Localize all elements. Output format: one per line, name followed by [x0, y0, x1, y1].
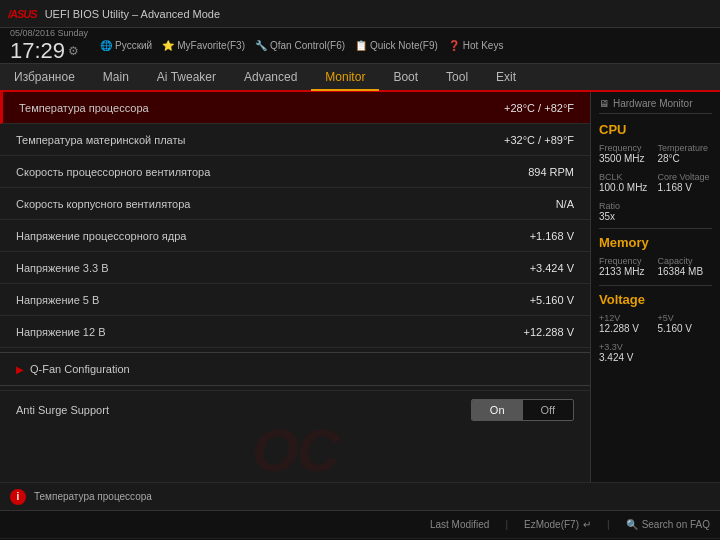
- row-label: Напряжение 12 В: [16, 326, 105, 338]
- table-row[interactable]: Температура материнской платы +32°C / +8…: [0, 124, 590, 156]
- voltage-grid: +12V 12.288 V +5V 5.160 V: [599, 313, 712, 334]
- status-separator: |: [505, 519, 508, 530]
- cpu-temp-block: Temperature 28°C: [658, 143, 713, 164]
- bclk-label: BCLK: [599, 172, 654, 182]
- v5-value: 5.160 V: [658, 323, 713, 334]
- anti-surge-row: Anti Surge Support On Off: [0, 390, 590, 429]
- tab-tool[interactable]: Tool: [432, 64, 482, 90]
- tab-advanced[interactable]: Advanced: [230, 64, 311, 90]
- center-panel: Температура процессора +28°C / +82°F Тем…: [0, 92, 590, 482]
- row-value: N/A: [556, 198, 574, 210]
- table-row[interactable]: Скорость корпусного вентилятора N/A: [0, 188, 590, 220]
- hw-monitor-title: 🖥 Hardware Monitor: [599, 98, 712, 114]
- date-display: 05/08/2016 Sunday: [10, 28, 88, 38]
- info-row: i Температура процессора: [0, 482, 720, 510]
- memory-grid: Frequency 2133 MHz Capacity 16384 MB: [599, 256, 712, 277]
- row-value: +12.288 V: [524, 326, 574, 338]
- v5-block: +5V 5.160 V: [658, 313, 713, 334]
- core-volt-label: Core Voltage: [658, 172, 713, 182]
- table-row[interactable]: Температура процессора +28°C / +82°F: [0, 92, 590, 124]
- info-text: Температура процессора: [34, 491, 152, 502]
- toggle-on[interactable]: On: [472, 400, 523, 420]
- row-value: +3.424 V: [530, 262, 574, 274]
- v12-label: +12V: [599, 313, 654, 323]
- table-row[interactable]: Напряжение 5 В +5.160 V: [0, 284, 590, 316]
- row-label: Напряжение 3.3 В: [16, 262, 109, 274]
- hw-divider: [599, 228, 712, 229]
- core-volt-block: Core Voltage 1.168 V: [658, 172, 713, 193]
- tab-ai-tweaker[interactable]: Ai Tweaker: [143, 64, 230, 90]
- row-label: Скорость процессорного вентилятора: [16, 166, 210, 178]
- tab-izbrannoye[interactable]: Избранное: [0, 64, 89, 90]
- mem-cap-block: Capacity 16384 MB: [658, 256, 713, 277]
- language-link[interactable]: 🌐 Русский: [100, 40, 152, 51]
- info-links: 🌐 Русский ⭐ MyFavorite(F3) 🔧 Qfan Contro…: [100, 40, 503, 51]
- v5-label: +5V: [658, 313, 713, 323]
- mem-freq-value: 2133 MHz: [599, 266, 654, 277]
- bclk-grid: BCLK 100.0 MHz Core Voltage 1.168 V: [599, 172, 712, 193]
- ratio-value: 35x: [599, 211, 712, 222]
- mem-freq-label: Frequency: [599, 256, 654, 266]
- divider: [0, 352, 590, 353]
- v33-label: +3.3V: [599, 342, 712, 352]
- qfan-label: Q-Fan Configuration: [30, 363, 130, 375]
- quicknote-link[interactable]: 📋 Quick Note(F9): [355, 40, 438, 51]
- bclk-block: BCLK 100.0 MHz: [599, 172, 654, 193]
- cpu-temp-value: 28°C: [658, 153, 713, 164]
- row-label: Скорость корпусного вентилятора: [16, 198, 190, 210]
- tab-boot[interactable]: Boot: [379, 64, 432, 90]
- tab-main[interactable]: Main: [89, 64, 143, 90]
- nav-tabs: Избранное Main Ai Tweaker Advanced Monit…: [0, 64, 720, 92]
- info-bar: 05/08/2016 Sunday 17:29 ⚙ 🌐 Русский ⭐ My…: [0, 28, 720, 64]
- cpu-freq-block: Frequency 3500 MHz: [599, 143, 654, 164]
- bclk-value: 100.0 MHz: [599, 182, 654, 193]
- status-bar: Last Modified | EzMode(F7) ↵ | 🔍 Search …: [0, 510, 720, 538]
- settings-icon[interactable]: ⚙: [68, 44, 79, 58]
- tab-monitor[interactable]: Monitor: [311, 65, 379, 91]
- ratio-block: Ratio 35x: [599, 201, 712, 222]
- qfan-link[interactable]: 🔧 Qfan Control(F6): [255, 40, 345, 51]
- row-value: +28°C / +82°F: [504, 102, 574, 114]
- ez-mode-button[interactable]: EzMode(F7) ↵: [524, 519, 591, 530]
- tab-exit[interactable]: Exit: [482, 64, 530, 90]
- mem-cap-label: Capacity: [658, 256, 713, 266]
- favorite-link[interactable]: ⭐ MyFavorite(F3): [162, 40, 245, 51]
- header-bar: /ASUS UEFI BIOS Utility – Advanced Mode: [0, 0, 720, 28]
- table-row[interactable]: Напряжение процессорного ядра +1.168 V: [0, 220, 590, 252]
- cpu-freq-grid: Frequency 3500 MHz Temperature 28°C: [599, 143, 712, 164]
- search-faq-button[interactable]: 🔍 Search on FAQ: [626, 519, 710, 530]
- row-label: Температура процессора: [19, 102, 149, 114]
- last-modified-item: Last Modified: [430, 519, 489, 530]
- hotkeys-link[interactable]: ❓ Hot Keys: [448, 40, 504, 51]
- row-label: Температура материнской платы: [16, 134, 185, 146]
- table-row[interactable]: Скорость процессорного вентилятора 894 R…: [0, 156, 590, 188]
- v33-value: 3.424 V: [599, 352, 712, 363]
- anti-surge-toggle[interactable]: On Off: [471, 399, 574, 421]
- toggle-off[interactable]: Off: [523, 400, 573, 420]
- status-separator-2: |: [607, 519, 610, 530]
- expand-arrow-icon: ▶: [16, 364, 24, 375]
- cpu-freq-label: Frequency: [599, 143, 654, 153]
- row-value: +32°C / +89°F: [504, 134, 574, 146]
- v12-block: +12V 12.288 V: [599, 313, 654, 334]
- core-volt-value: 1.168 V: [658, 182, 713, 193]
- row-label: Напряжение 5 В: [16, 294, 99, 306]
- v12-value: 12.288 V: [599, 323, 654, 334]
- table-row[interactable]: Напряжение 3.3 В +3.424 V: [0, 252, 590, 284]
- hw-monitor-panel: 🖥 Hardware Monitor CPU Frequency 3500 MH…: [590, 92, 720, 482]
- voltage-section-title: Voltage: [599, 292, 712, 307]
- row-value: 894 RPM: [528, 166, 574, 178]
- monitor-icon: 🖥: [599, 98, 609, 109]
- v33-block: +3.3V 3.424 V: [599, 342, 712, 363]
- divider: [0, 385, 590, 386]
- qfan-row[interactable]: ▶ Q-Fan Configuration: [0, 357, 590, 381]
- memory-section-title: Memory: [599, 235, 712, 250]
- row-value: +1.168 V: [530, 230, 574, 242]
- cpu-freq-value: 3500 MHz: [599, 153, 654, 164]
- table-row[interactable]: Напряжение 12 В +12.288 V: [0, 316, 590, 348]
- anti-surge-label: Anti Surge Support: [16, 404, 109, 416]
- row-label: Напряжение процессорного ядра: [16, 230, 186, 242]
- row-value: +5.160 V: [530, 294, 574, 306]
- hw-divider-2: [599, 285, 712, 286]
- main-content: Температура процессора +28°C / +82°F Тем…: [0, 92, 720, 482]
